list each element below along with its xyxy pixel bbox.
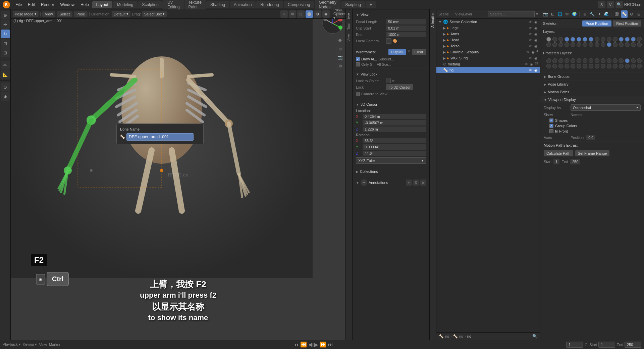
tab-sculpting[interactable]: Sculpting: [138, 1, 163, 8]
main-viewport[interactable]: Pose Mode ▾ | View Select Pose | Orienta…: [11, 9, 345, 340]
p-layer-16[interactable]: [637, 58, 642, 63]
viewport-shading-render[interactable]: ◉: [322, 10, 330, 18]
jump-end-btn[interactable]: ⏭: [328, 342, 333, 348]
pose-library-header[interactable]: ▶ Pose Library: [540, 81, 644, 88]
bone-name-input[interactable]: [126, 133, 194, 141]
viewport-display-header[interactable]: ▼ Viewport Display: [540, 96, 644, 103]
viewport-pose-btn[interactable]: Pose: [74, 11, 88, 17]
metarig-cam[interactable]: ◉: [529, 62, 534, 66]
annotation-remove-btn[interactable]: ✕: [420, 180, 426, 186]
layer-1[interactable]: [546, 37, 551, 42]
play-btn[interactable]: ▶: [314, 341, 318, 348]
display-as-dropdown[interactable]: Octahedral ▾: [571, 104, 641, 111]
layer-9[interactable]: [595, 37, 599, 42]
tool-extra2[interactable]: ◈: [1, 92, 10, 101]
p-layer-28[interactable]: [613, 64, 618, 68]
layer-17[interactable]: [546, 42, 551, 47]
tool-extra1[interactable]: ⊙: [1, 83, 10, 91]
p-layer-1[interactable]: [546, 58, 551, 63]
mp-end-value[interactable]: 250: [570, 159, 580, 164]
position-value[interactable]: 0.0: [586, 135, 595, 140]
group-colors-checkbox[interactable]: [549, 124, 553, 128]
p-layer-17[interactable]: [546, 64, 551, 68]
layer-18[interactable]: [552, 42, 557, 47]
cursor-rx-value[interactable]: 66.3°: [363, 138, 426, 143]
tool-move[interactable]: ✛: [1, 20, 10, 29]
p-layer-10[interactable]: [601, 58, 605, 63]
layer-31[interactable]: [631, 42, 636, 47]
viewport-shading-wire[interactable]: □: [297, 10, 305, 18]
p-layer-30[interactable]: [625, 64, 630, 68]
tab-modeling[interactable]: Modeling: [113, 1, 138, 8]
layer-19[interactable]: [558, 42, 563, 47]
viewport-shading-solid[interactable]: ⬤: [306, 10, 313, 18]
layer-11[interactable]: [607, 37, 611, 42]
tree-head[interactable]: ▶ ▸ Head 👁 ◉: [436, 37, 540, 43]
header-scene-btn[interactable]: S: [598, 1, 605, 8]
view-timeline-btn[interactable]: View: [39, 343, 47, 347]
layer-13[interactable]: [619, 37, 624, 42]
tree-arms[interactable]: ▶ ▸ Arms 👁 ◉: [436, 31, 540, 37]
tool-measure[interactable]: 📐: [1, 70, 10, 79]
tool-rotate[interactable]: ↻: [1, 30, 10, 38]
clavicle-cam[interactable]: ◉: [531, 50, 536, 54]
layer-24[interactable]: [589, 42, 593, 47]
tree-torso[interactable]: ▶ ▸ Torso 👁 ◉: [436, 43, 540, 49]
tool-annotate[interactable]: ✏: [1, 61, 10, 69]
prop-icon-particles[interactable]: ✦: [596, 10, 603, 18]
outliner-filter-btn[interactable]: ▾: [536, 12, 538, 16]
p-layer-18[interactable]: [552, 64, 557, 68]
side-tab-view[interactable]: View: [346, 32, 352, 44]
p-layer-13[interactable]: [619, 58, 624, 63]
p-layer-3[interactable]: [558, 58, 563, 63]
prop-icon-output[interactable]: ⊡: [550, 10, 556, 18]
p-layer-7[interactable]: [583, 58, 587, 63]
euler-dropdown[interactable]: XYZ Euler ▾: [356, 157, 426, 164]
wgts-cam[interactable]: ◉: [533, 56, 538, 60]
3d-cursor-header[interactable]: ▼ 3D Cursor: [356, 101, 426, 108]
bone-groups-header[interactable]: ▶ Bone Groups: [540, 73, 644, 80]
legs-eye[interactable]: 👁: [528, 26, 533, 30]
layer-26[interactable]: [601, 42, 605, 47]
p-layer-31[interactable]: [631, 64, 636, 68]
lock-to-object-btn[interactable]: [386, 79, 391, 83]
view-lock-header[interactable]: ▼ View Lock: [356, 71, 426, 78]
gizmo-camera[interactable]: 📷: [336, 54, 344, 61]
header-search-btn[interactable]: 🔍: [615, 1, 623, 8]
local-camera-checkbox[interactable]: [386, 38, 391, 44]
menu-window[interactable]: Window: [57, 1, 77, 8]
clavicle-eye[interactable]: 👁: [526, 50, 530, 54]
tab-uv-editing[interactable]: UV Editing: [163, 0, 184, 10]
layer-4[interactable]: [565, 37, 569, 42]
tab-compositing[interactable]: Compositing: [284, 1, 314, 8]
gizmo-grid[interactable]: ⊞: [336, 62, 344, 69]
tab-shading[interactable]: Shading: [206, 1, 229, 8]
p-layer-26[interactable]: [601, 64, 605, 68]
motion-paths-header[interactable]: ▶ Motion Paths: [540, 88, 644, 96]
legs-cam[interactable]: ◉: [533, 26, 538, 30]
orientation-dropdown[interactable]: Default ▾: [112, 11, 130, 17]
camera-to-view-check[interactable]: [356, 92, 360, 96]
tab-add[interactable]: +: [366, 1, 376, 8]
layer-12[interactable]: [613, 37, 618, 42]
metarig-eye[interactable]: 👁: [524, 62, 529, 66]
layer-27[interactable]: [607, 42, 611, 47]
layer-14[interactable]: [625, 37, 630, 42]
rig-eye[interactable]: 👁: [528, 68, 533, 72]
viewport-view-btn[interactable]: View: [42, 11, 56, 17]
p-layer-22[interactable]: [577, 64, 581, 68]
menu-edit[interactable]: Edit: [25, 1, 38, 8]
tree-rig[interactable]: 🦴 rig 👁 ◉: [436, 67, 540, 73]
marker-btn[interactable]: Marker: [49, 343, 60, 347]
prop-icon-view[interactable]: 🌐: [557, 10, 563, 18]
current-frame-input[interactable]: [566, 342, 583, 348]
layer-3[interactable]: [558, 37, 563, 42]
p-layer-4[interactable]: [565, 58, 569, 63]
prop-icon-armature[interactable]: 🦴: [621, 10, 628, 18]
play-back-btn[interactable]: ◀: [308, 341, 312, 348]
clip-start-value[interactable]: 0.01 m: [386, 26, 426, 31]
p-layer-11[interactable]: [607, 58, 611, 63]
layer-7[interactable]: [583, 37, 587, 42]
mp-start-value[interactable]: 1: [553, 159, 559, 164]
tool-cursor[interactable]: ⊕: [1, 11, 10, 19]
